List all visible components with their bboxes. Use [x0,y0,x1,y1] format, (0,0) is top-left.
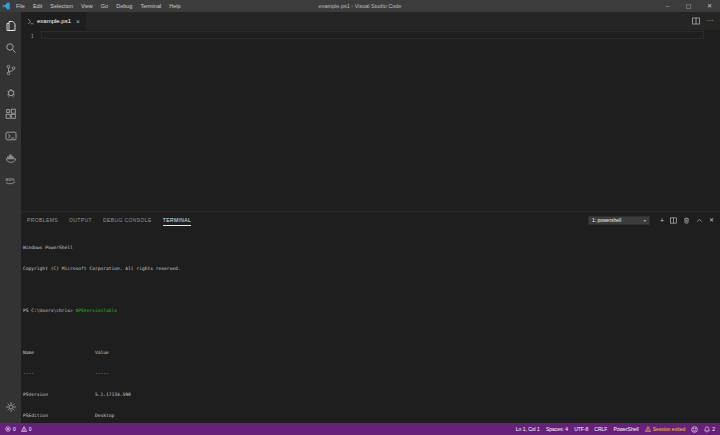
editor-tab-bar: example.ps1 × ⋯ [21,12,720,30]
language-mode[interactable]: PowerShell [613,426,638,432]
cursor-position[interactable]: Ln 1, Col 1 [516,426,540,432]
bottom-panel: PROBLEMS OUTPUT DEBUG CONSOLE TERMINAL 1… [21,211,720,423]
feedback-smiley-icon[interactable] [691,426,698,433]
terminal-output[interactable]: Windows PowerShell Copyright (C) Microso… [21,228,720,423]
maximize-button[interactable]: ▢ [678,0,699,12]
current-line-highlight [41,31,704,39]
encoding[interactable]: UTF-8 [574,426,588,432]
editor-gutter: 1 [21,30,41,211]
source-control-icon[interactable] [0,59,21,81]
panel-actions: 1: powershell ▾ + ✕ [588,216,714,225]
eol-sequence[interactable]: CRLF [594,426,607,432]
problems-errors[interactable]: 0 [5,426,16,432]
terminal-line: PSEdition Desktop [23,412,720,419]
debug-icon[interactable] [0,81,21,103]
menubar: File Edit Selection View Go Debug Termin… [16,3,181,9]
terminal-line: Copyright (C) Microsoft Corporation. All… [23,265,720,272]
terminal-select-value: 1: powershell [592,217,621,223]
explorer-icon[interactable] [0,15,21,37]
split-editor-icon[interactable] [692,17,700,25]
activity-bar: aws [0,12,21,423]
problems-warnings[interactable]: 0 [21,426,32,432]
line-number: 1 [30,32,34,39]
svg-text:aws: aws [5,176,15,182]
tab-debug-console[interactable]: DEBUG CONSOLE [103,214,152,226]
kill-terminal-icon[interactable] [683,217,690,224]
split-terminal-icon[interactable] [670,217,677,224]
terminal-command-line: PS C:\Users\chris> $PSVersionTable [23,307,720,314]
terminal-line: Windows PowerShell [23,244,720,251]
tab-problems[interactable]: PROBLEMS [27,214,58,226]
maximize-panel-icon[interactable] [696,217,703,224]
terminal-select[interactable]: 1: powershell ▾ [588,216,650,225]
close-button[interactable]: ✕ [699,0,720,12]
terminal-line: Name Value [23,349,720,356]
panel-header: PROBLEMS OUTPUT DEBUG CONSOLE TERMINAL 1… [21,212,720,228]
menu-edit[interactable]: Edit [33,3,42,9]
menu-selection[interactable]: Selection [50,3,73,9]
terminal-prompt: PS C:\Users\chris> [23,308,76,313]
terminal-line: PSVersion 5.1.17134.590 [23,391,720,398]
aws-icon[interactable]: aws [0,169,21,191]
tab-close-icon[interactable]: × [76,18,80,25]
panel-tabs: PROBLEMS OUTPUT DEBUG CONSOLE TERMINAL [27,214,191,226]
close-panel-icon[interactable]: ✕ [709,217,714,224]
menu-file[interactable]: File [16,3,25,9]
search-icon[interactable] [0,37,21,59]
extensions-icon[interactable] [0,103,21,125]
notifications-bell[interactable]: 2 [704,426,715,433]
terminal-line: ---- ----- [23,370,720,377]
powershell-extension-icon[interactable] [0,125,21,147]
session-status[interactable]: Session exited [645,426,686,432]
new-terminal-icon[interactable]: + [660,217,664,224]
indentation[interactable]: Spaces: 4 [546,426,568,432]
powershell-file-icon [27,18,34,25]
vscode-window: File Edit Selection View Go Debug Termin… [0,0,720,435]
terminal-line [23,328,720,335]
more-actions-icon[interactable]: ⋯ [707,17,715,25]
menu-help[interactable]: Help [169,3,180,9]
menu-debug[interactable]: Debug [116,3,132,9]
chevron-down-icon: ▾ [644,218,646,223]
menu-go[interactable]: Go [101,3,108,9]
menu-view[interactable]: View [81,3,93,9]
menu-terminal[interactable]: Terminal [140,3,161,9]
manage-gear-icon[interactable] [0,396,21,418]
window-controls: – ▢ ✕ [657,0,720,12]
minimize-button[interactable]: – [657,0,678,12]
warning-icon [21,426,27,432]
editor-actions: ⋯ [692,12,720,30]
tab-output[interactable]: OUTPUT [69,214,92,226]
titlebar: File Edit Selection View Go Debug Termin… [0,0,720,12]
terminal-command: $PSVersionTable [76,308,118,313]
warning-icon [645,426,651,432]
status-right: Ln 1, Col 1 Spaces: 4 UTF-8 CRLF PowerSh… [516,426,715,433]
tab-example-ps1[interactable]: example.ps1 × [21,12,86,30]
status-left: 0 0 [5,426,32,432]
bell-icon [704,426,710,433]
editor-area[interactable]: 1 [21,30,720,211]
docker-icon[interactable] [0,147,21,169]
tab-label: example.ps1 [37,18,71,24]
error-icon [5,426,11,432]
terminal-line [23,286,720,293]
status-bar: 0 0 Ln 1, Col 1 Spaces: 4 UTF-8 CRLF Pow… [0,423,720,435]
tab-terminal[interactable]: TERMINAL [163,214,191,226]
